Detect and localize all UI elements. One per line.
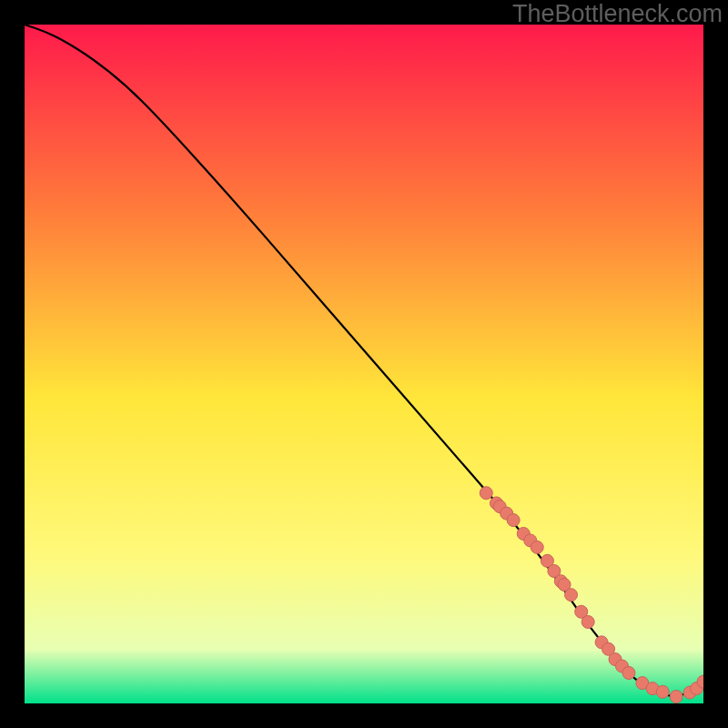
- data-marker: [480, 487, 492, 500]
- data-marker: [656, 685, 669, 698]
- data-marker: [507, 514, 520, 527]
- data-marker: [670, 691, 682, 703]
- data-marker: [581, 615, 594, 628]
- gradient-background: [25, 25, 703, 703]
- data-marker: [531, 541, 543, 553]
- chart-stage: TheBottleneck.com: [0, 0, 728, 728]
- data-marker: [565, 589, 578, 602]
- data-marker: [622, 666, 635, 679]
- bottleneck-chart: [25, 25, 703, 703]
